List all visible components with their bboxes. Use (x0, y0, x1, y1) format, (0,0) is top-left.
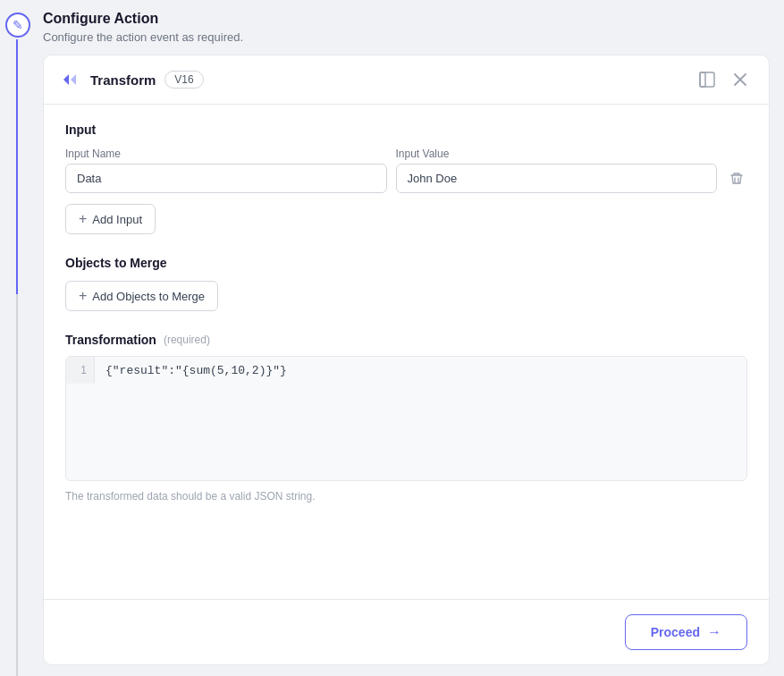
add-objects-label: Add Objects to Merge (92, 290, 205, 303)
input-value-col: Input Value (396, 148, 718, 193)
code-empty-area[interactable] (66, 384, 746, 474)
add-input-button[interactable]: + Add Input (65, 204, 156, 234)
plus-icon: + (79, 211, 87, 227)
close-icon (733, 72, 747, 87)
proceed-label: Proceed (651, 625, 700, 639)
plus-icon-objects: + (79, 288, 87, 304)
add-objects-button[interactable]: + Add Objects to Merge (65, 281, 218, 311)
hint-text: The transformed data should be a valid J… (65, 490, 747, 503)
page-title: Configure Action (43, 11, 770, 27)
input-value-field[interactable] (396, 164, 718, 193)
proceed-button[interactable]: Proceed → (625, 614, 747, 650)
left-sidebar: ✎ (0, 0, 36, 676)
line-number-1: 1 (66, 357, 95, 384)
main-content: Configure Action Configure the action ev… (36, 0, 784, 676)
input-row: Input Name Input Value (65, 148, 747, 193)
objects-section-title: Objects to Merge (65, 256, 747, 270)
card-header: Transform V16 (44, 55, 769, 105)
card-body: Input Input Name Input Value (44, 105, 769, 599)
arrow-right-icon: → (707, 624, 721, 640)
add-input-label: Add Input (92, 213, 142, 226)
objects-section: Objects to Merge + Add Objects to Merge (65, 256, 747, 311)
code-content-1: {"result":"{sum(5,10,2)}"} (95, 357, 746, 384)
transformation-title: Transformation (65, 333, 156, 347)
version-badge: V16 (164, 71, 203, 89)
svg-rect-0 (700, 72, 714, 87)
transformation-section: Transformation (required) 1 {"result":"{… (65, 333, 747, 503)
card-header-left: Transform V16 (62, 71, 204, 89)
step-icon: ✎ (13, 18, 23, 32)
code-editor[interactable]: 1 {"result":"{sum(5,10,2)}"} (65, 356, 747, 481)
transform-logo-icon (62, 72, 81, 88)
transformation-header: Transformation (required) (65, 333, 747, 347)
required-label: (required) (164, 334, 210, 346)
card-header-right (695, 68, 751, 91)
page-subtitle: Configure the action event as required. (43, 30, 770, 44)
expand-icon (699, 72, 715, 88)
page-header: Configure Action Configure the action ev… (43, 11, 770, 44)
code-line-1: 1 {"result":"{sum(5,10,2)}"} (66, 357, 746, 384)
input-name-label: Input Name (65, 148, 387, 160)
input-section-title: Input (65, 123, 747, 137)
input-section: Input Input Name Input Value (65, 123, 747, 234)
configure-action-card: Transform V16 Input (43, 55, 770, 665)
input-value-label: Input Value (396, 148, 718, 160)
input-name-col: Input Name (65, 148, 387, 193)
close-button[interactable] (729, 69, 751, 90)
step-circle: ✎ (5, 13, 30, 38)
trash-icon (729, 172, 744, 186)
svg-rect-1 (700, 72, 705, 87)
delete-input-button[interactable] (726, 168, 747, 190)
card-footer: Proceed → (44, 599, 769, 664)
card-title: Transform (90, 72, 156, 88)
transform-icon (62, 72, 81, 88)
expand-button[interactable] (695, 68, 719, 91)
input-name-field[interactable] (65, 164, 387, 193)
